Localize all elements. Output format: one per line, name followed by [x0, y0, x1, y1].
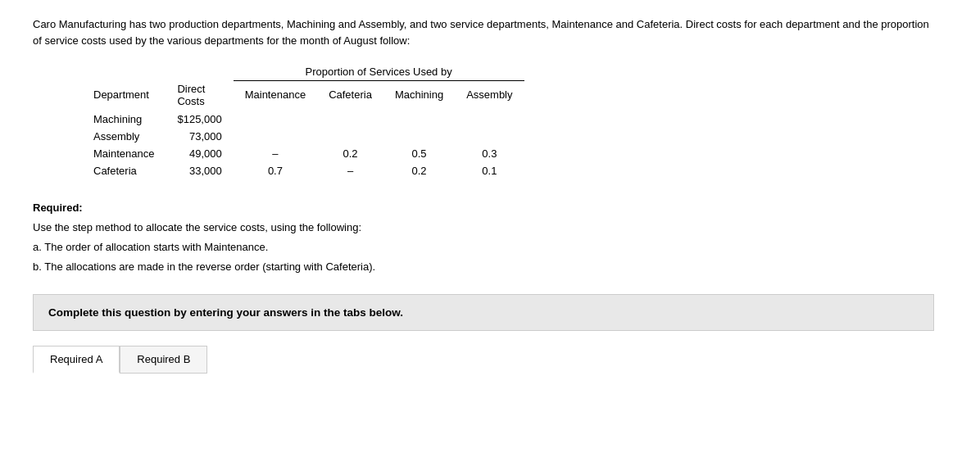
required-section: Required: Use the step method to allocat…: [33, 199, 770, 276]
tabs-row: Required ARequired B: [33, 346, 947, 374]
col-cafeteria: Cafeteria: [317, 81, 383, 111]
cost-table: Proportion of Services Used by Departmen…: [82, 63, 524, 179]
col-direct-costs: Direct Costs: [166, 81, 233, 111]
complete-box: Complete this question by entering your …: [33, 294, 934, 331]
intro-text: Caro Manufacturing has two production de…: [33, 18, 929, 47]
intro-paragraph: Caro Manufacturing has two production de…: [33, 16, 934, 48]
table-row: Maintenance49,000–0.20.50.3: [82, 145, 524, 162]
proportion-header: Proportion of Services Used by: [234, 63, 524, 81]
col-assembly: Assembly: [455, 81, 524, 111]
data-table-wrapper: Proportion of Services Used by Departmen…: [82, 63, 947, 179]
col-machining: Machining: [383, 81, 455, 111]
col-maintenance: Maintenance: [234, 81, 317, 111]
tab-required-a[interactable]: Required A: [33, 346, 120, 374]
tab-required-b[interactable]: Required B: [120, 346, 207, 374]
table-row: Machining$125,000: [82, 111, 524, 128]
required-title: Required:: [33, 202, 83, 214]
table-row: Assembly73,000: [82, 128, 524, 145]
complete-box-text: Complete this question by entering your …: [48, 306, 403, 319]
required-intro: Use the step method to allocate the serv…: [33, 219, 770, 237]
table-row: Cafeteria33,0000.7–0.20.1: [82, 162, 524, 179]
required-a: a. The order of allocation starts with M…: [33, 238, 770, 256]
col-department: Department: [82, 81, 166, 111]
required-b: b. The allocations are made in the rever…: [33, 258, 770, 276]
